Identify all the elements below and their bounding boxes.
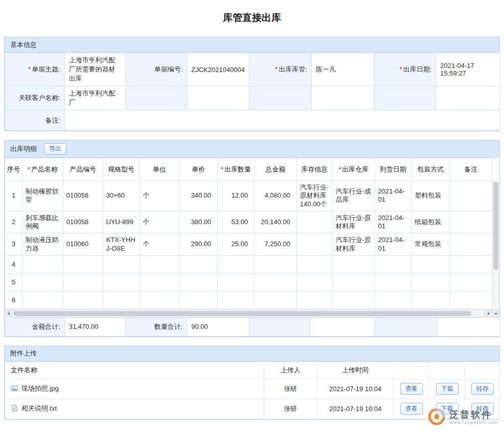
detail-cell-packing: 纸箱包装	[412, 211, 450, 233]
detail-cell-warehouse: 汽车行业-成品库	[333, 181, 375, 211]
action-column-header	[394, 362, 430, 379]
uploader-cell: 张研	[264, 379, 317, 399]
detail-col-code: 产品编号	[63, 158, 103, 181]
basic-info-table: *单据主题: 上海市亨利汽配厂所需要的器材出库 单据编号: ZJCK202104…	[5, 53, 500, 131]
file-name: 现场拍照.jpg	[21, 385, 59, 392]
upload-time-cell: 2021-07-19 10:04	[317, 379, 394, 399]
detail-cell-code: 010058	[63, 211, 103, 233]
docno-label: 单据编号:	[154, 65, 183, 73]
keeper-label: 出库库管:	[279, 65, 307, 73]
detail-cell-warehouse: 汽车行业-原材料库	[333, 233, 375, 256]
detail-cell-qty: 25.00	[218, 233, 255, 256]
vertical-scrollbar[interactable]	[492, 181, 499, 317]
scroll-left-arrow[interactable]	[5, 310, 12, 318]
detail-cell-stock	[297, 233, 333, 256]
detail-cell-warehouse	[333, 273, 375, 291]
customer-label-cell: 关联客户名称:	[5, 86, 65, 110]
empty-value-cell	[436, 86, 500, 110]
outdate-label-cell: *出库日期:	[374, 53, 436, 86]
detail-col-packing: 包装方式	[412, 158, 450, 181]
page-title: 库管直接出库	[0, 0, 504, 37]
detail-cell-name	[22, 291, 63, 309]
total-amount-label: 金额合计:	[5, 317, 65, 336]
detail-col-name: *产品名称	[22, 158, 63, 181]
detail-col-label: 产品名称	[31, 165, 58, 173]
file-name-cell: 现场拍照.jpg	[5, 379, 264, 399]
scroll-down-arrow[interactable]	[492, 309, 499, 317]
basic-info-header: 基本信息	[5, 37, 499, 53]
detail-col-qty: *出库数量	[218, 158, 255, 181]
detail-cell-warehouse	[333, 291, 375, 309]
view-button[interactable]: 查看	[400, 383, 423, 395]
detail-cell-qty	[218, 255, 255, 273]
detail-cell-arrival: 2021-04-01	[375, 233, 412, 256]
detail-cell-qty: 12.00	[218, 181, 255, 211]
detail-cell-unit: 个	[140, 211, 180, 233]
empty-label-cell	[126, 86, 187, 110]
detail-cell-name: 刹车感载比例阀	[22, 211, 63, 233]
view-button[interactable]: 查看	[400, 403, 423, 415]
required-marker: *	[399, 65, 402, 73]
detail-cell-seq: 3	[5, 233, 22, 256]
uploader-cell: 张研	[264, 399, 317, 419]
detail-col-label: 单位	[153, 165, 166, 173]
detail-cell-remark	[450, 233, 492, 256]
scroll-right-arrow[interactable]	[484, 310, 492, 318]
detail-row: 3制动液压助力器010060KTX-YHHJ-O8E个290.0025.007,…	[5, 233, 492, 256]
detail-cell-name	[22, 255, 63, 273]
detail-cell-stock: 汽车行业-原材料库 140.00个	[297, 181, 333, 211]
totals-empty-cell	[249, 317, 311, 336]
attachments-panel: 附件上传 文件名称 上传人 上传时间 现场拍照.jpg张研2021-07-19 …	[4, 346, 500, 420]
detail-row: 4	[5, 255, 492, 273]
detail-cell-spec: KTX-YHHJ-O8E	[103, 233, 140, 256]
horizontal-scrollbar[interactable]	[5, 309, 492, 317]
outdate-label: 出库日期:	[403, 65, 432, 73]
customer-label: 关联客户名称:	[18, 94, 60, 102]
detail-cell-warehouse	[333, 255, 375, 273]
vertical-scrollbar-thumb[interactable]	[493, 182, 498, 270]
detail-cell-arrival: 2021-04-01	[375, 181, 412, 211]
transfer-button[interactable]: 转存	[471, 403, 494, 415]
detail-cell-arrival	[375, 291, 412, 309]
remark-label-cell: 备注:	[5, 110, 65, 131]
action-cell: 转存	[465, 379, 500, 399]
empty-label-cell	[249, 86, 312, 110]
subject-label: 单据主题:	[32, 65, 60, 73]
action-column-header	[430, 362, 465, 379]
detail-title: 出库明细	[10, 145, 37, 154]
detail-col-amount: 总金额	[255, 158, 297, 181]
detail-cell-spec	[103, 273, 140, 291]
basic-info-title: 基本信息	[10, 40, 37, 50]
detail-cell-qty	[218, 291, 255, 309]
download-button[interactable]: 下载	[436, 383, 459, 395]
transfer-button[interactable]: 转存	[471, 383, 494, 395]
detail-cell-arrival	[375, 273, 412, 291]
detail-cell-price: 340.00	[180, 181, 218, 211]
detail-cell-amount	[255, 291, 297, 309]
detail-col-warehouse: *出库仓库	[333, 158, 375, 181]
attachment-body: 现场拍照.jpg张研2021-07-19 10:04查看下载转存相关说明.txt…	[5, 379, 500, 419]
detail-cell-seq: 4	[5, 255, 22, 273]
detail-cell-name	[22, 273, 63, 291]
total-amount-value: 31,470.00	[65, 317, 126, 336]
detail-panel: 出库明细 导出 序号*产品名称产品编号规格型号单位单价*出库数量总金额库存信息*…	[4, 140, 500, 337]
detail-cell-stock	[297, 211, 333, 233]
detail-cell-packing: 常规包装	[412, 233, 450, 256]
detail-col-label: 序号	[7, 165, 20, 173]
totals-empty-cell	[311, 317, 375, 336]
detail-cell-amount: 7,250.00	[255, 233, 297, 256]
detail-cell-unit: 个	[140, 233, 180, 256]
detail-col-label: 单价	[192, 165, 205, 173]
detail-cell-spec	[103, 255, 140, 273]
export-button[interactable]: 导出	[44, 143, 66, 155]
empty-label-cell	[374, 86, 436, 110]
subject-label-cell: *单据主题:	[5, 53, 65, 86]
download-button[interactable]: 下载	[436, 403, 459, 415]
detail-cell-unit	[140, 291, 180, 309]
detail-cell-stock	[297, 255, 333, 273]
detail-cell-code: 010060	[63, 233, 103, 256]
detail-cell-unit: 个	[140, 181, 180, 211]
file-name-cell: 相关说明.txt	[5, 399, 264, 419]
required-marker: *	[338, 165, 341, 173]
horizontal-scrollbar-thumb[interactable]	[13, 311, 471, 316]
